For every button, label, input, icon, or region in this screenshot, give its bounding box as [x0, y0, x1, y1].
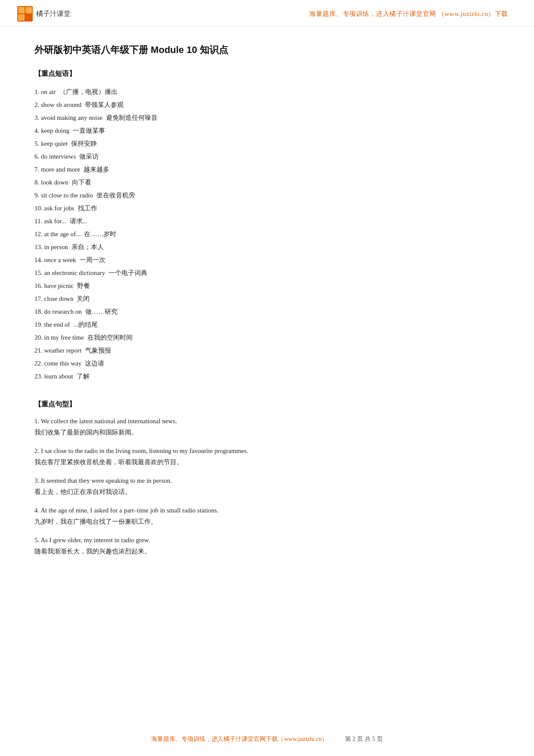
sentence-cn: 看上去，他们正在亲自对我说话。 — [34, 487, 500, 498]
phrase-en: 10. ask for jobs — [34, 205, 75, 212]
phrase-cn: 一个电子词典 — [109, 269, 147, 276]
phrase-en: 19. the end of — [34, 321, 70, 328]
sentences-section-header: 【重点句型】 — [34, 400, 500, 409]
list-item: 7. more and more越来越多 — [34, 163, 500, 176]
list-item: 14. once a week一周一次 — [34, 253, 500, 266]
phrase-cn: 关闭 — [77, 295, 90, 302]
phrase-cn: （广播，电视）播出 — [59, 88, 118, 95]
sentence-cn: 我在客厅里紧挨收音机坐着，听着我最喜欢的节目。 — [34, 457, 500, 468]
list-item: 12. at the age of...在……岁时 — [34, 228, 500, 241]
svg-rect-4 — [25, 14, 32, 21]
phrase-cn: ...的结尾 — [73, 321, 97, 328]
phrase-en: 7. more and more — [34, 166, 80, 173]
phrase-en: 8. look down — [34, 179, 68, 186]
phrase-cn: 找工作 — [78, 205, 97, 212]
list-item: 1. on air（广播，电视）播出 — [34, 85, 500, 98]
phrase-en: 11. ask for... — [34, 218, 66, 225]
phrase-cn: 亲自；本人 — [71, 244, 104, 250]
phrase-cn: 在我的空闲时间 — [87, 334, 133, 341]
phrase-en: 23. learn about — [34, 373, 73, 380]
sentence-cn: 九岁时，我在广播电台找了一份兼职工作。 — [34, 516, 500, 528]
phrase-cn: 避免制造任何噪音 — [106, 114, 158, 121]
phrase-en: 9. sit close to the radio — [34, 192, 93, 199]
list-item: 19. the end of...的结尾 — [34, 318, 500, 331]
phrase-en: 16. have picnic — [34, 282, 74, 289]
header-slogan: 海量题库、专项训练，进入橘子汁课堂官网 （www.juzizhi.cn）下载 — [309, 10, 508, 18]
phrase-cn: 做……研究 — [85, 308, 118, 315]
list-item: 11. ask for...请求... — [34, 215, 500, 228]
list-item: 10. ask for jobs找工作 — [34, 202, 500, 215]
list-item: 17. close down关闭 — [34, 292, 500, 305]
sentence-en: 4. At the age of nine, I asked for a par… — [34, 505, 500, 516]
list-item: 8. look down向下看 — [34, 176, 500, 189]
logo-icon — [17, 6, 33, 22]
phrase-cn: 在……岁时 — [84, 231, 116, 237]
sentence-cn: 随着我渐渐长大，我的兴趣也浓烈起来。 — [34, 546, 500, 557]
phrase-cn: 一直做某事 — [73, 127, 105, 134]
phrase-cn: 请求... — [70, 218, 87, 225]
phrase-cn: 保持安静 — [71, 140, 97, 147]
sentence-cn: 我们收集了最新的国内和国际新闻。 — [34, 427, 500, 438]
sentence-en: 2. I sat close to the radio in the livin… — [34, 446, 500, 457]
list-item: 18. do research on做……研究 — [34, 305, 500, 318]
logo-text: 橘子汁课堂 — [36, 9, 71, 19]
svg-rect-3 — [18, 14, 25, 21]
phrase-cn: 坐在收音机旁 — [96, 192, 135, 199]
footer-slogan: 海量题库、专项训练，进入橘子汁课堂官网下载（www.juzizhi.cn） — [151, 735, 328, 743]
phrase-cn: 这边请 — [85, 360, 104, 367]
list-item: 2. I sat close to the radio in the livin… — [34, 446, 500, 468]
list-item: 23. learn about了解 — [34, 370, 500, 383]
phrase-en: 20. in my free time — [34, 334, 84, 341]
main-content: 外研版初中英语八年级下册 Module 10 知识点 【重点短语】 1. on … — [0, 26, 534, 599]
svg-rect-1 — [18, 7, 25, 13]
svg-rect-2 — [25, 7, 32, 13]
sentence-list: 1. We collect the latest national and in… — [34, 416, 500, 557]
phrase-en: 13. in person — [34, 244, 68, 250]
phrase-en: 15. an electronic dictionary — [34, 269, 105, 276]
list-item: 4. keep doing一直做某事 — [34, 124, 500, 137]
sentence-en: 5. As I grew older, my interest in radio… — [34, 535, 500, 546]
phrase-en: 4. keep doing — [34, 127, 69, 134]
phrase-en: 6. do interviews — [34, 153, 76, 160]
phrase-en: 5. keep quiet — [34, 140, 68, 147]
phrase-en: 12. at the age of... — [34, 231, 81, 237]
list-item: 5. keep quiet保持安静 — [34, 137, 500, 150]
phrase-en: 18. do research on — [34, 308, 82, 315]
logo-area: 橘子汁课堂 — [17, 6, 71, 22]
sentence-en: 1. We collect the latest national and in… — [34, 416, 500, 427]
phrase-en: 22. come this way — [34, 360, 81, 367]
list-item: 4. At the age of nine, I asked for a par… — [34, 505, 500, 527]
page-footer: 海量题库、专项训练，进入橘子汁课堂官网下载（www.juzizhi.cn） 第 … — [0, 731, 534, 747]
phrase-cn: 带领某人参观 — [85, 101, 124, 108]
list-item: 22. come this way这边请 — [34, 357, 500, 370]
list-item: 16. have picnic野餐 — [34, 279, 500, 292]
list-item: 20. in my free time在我的空闲时间 — [34, 331, 500, 344]
list-item: 2. show sb around带领某人参观 — [34, 98, 500, 111]
phrase-en: 21. weather report — [34, 347, 82, 354]
list-item: 21. weather report气象预报 — [34, 344, 500, 357]
page-title: 外研版初中英语八年级下册 Module 10 知识点 — [34, 44, 500, 56]
list-item: 5. As I grew older, my interest in radio… — [34, 535, 500, 557]
phrase-cn: 越来越多 — [84, 166, 109, 173]
list-item: 3. avoid making any noise避免制造任何噪音 — [34, 111, 500, 124]
phrase-cn: 了解 — [77, 373, 90, 380]
list-item: 6. do interviews做采访 — [34, 150, 500, 163]
phrase-en: 14. once a week — [34, 256, 76, 263]
phrase-cn: 气象预报 — [85, 347, 111, 354]
sentence-en: 3. It seemed that they were speaking to … — [34, 475, 500, 487]
phrase-en: 1. on air — [34, 88, 56, 95]
list-item: 3. It seemed that they were speaking to … — [34, 475, 500, 497]
phrase-en: 2. show sb around — [34, 101, 81, 108]
phrase-cn: 向下看 — [72, 179, 91, 186]
page-header: 橘子汁课堂 海量题库、专项训练，进入橘子汁课堂官网 （www.juzizhi.c… — [0, 0, 534, 26]
phrase-list: 1. on air（广播，电视）播出2. show sb around带领某人参… — [34, 85, 500, 383]
list-item: 9. sit close to the radio坐在收音机旁 — [34, 189, 500, 202]
list-item: 1. We collect the latest national and in… — [34, 416, 500, 438]
list-item: 15. an electronic dictionary一个电子词典 — [34, 266, 500, 279]
phrases-section-header: 【重点短语】 — [34, 69, 500, 78]
phrase-cn: 一周一次 — [80, 256, 106, 263]
list-item: 13. in person亲自；本人 — [34, 241, 500, 253]
phrase-cn: 野餐 — [77, 282, 90, 289]
footer-page-info: 第 2 页 共 5 页 — [345, 735, 383, 743]
phrase-en: 3. avoid making any noise — [34, 114, 102, 121]
